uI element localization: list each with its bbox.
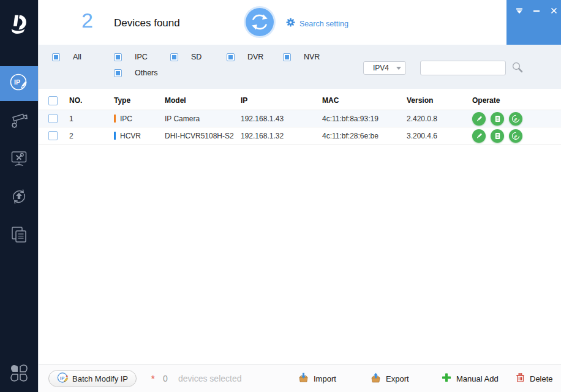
cell-version: 3.200.4.6 [407,132,472,140]
sidebar-item-apps[interactable] [0,363,38,386]
selected-label: devices selected [178,374,242,383]
checkbox-checked-icon [283,53,291,61]
cell-version: 2.420.0.8 [407,115,472,123]
batch-modify-ip-button[interactable]: IP Batch Modify IP [48,371,137,387]
chevron-down-icon [396,67,401,70]
table-header-row: NO. Type Model IP MAC Version Operate [39,91,561,110]
device-details-button[interactable] [491,112,504,126]
checkbox-checked-icon [52,53,60,61]
pencil-icon [476,115,483,123]
col-header-version: Version [407,96,472,105]
caret-down-icon [516,6,523,17]
monitor-tools-icon [9,149,29,171]
config-tool-window: IP [0,0,561,392]
minimize-icon [533,6,540,17]
document-icon [494,132,501,140]
documents-icon [9,225,29,247]
footer-bar: IP Batch Modify IP * 0 devices selected [39,364,561,392]
cell-no: 1 [69,115,114,123]
filter-checkbox-ipc[interactable]: IPC [114,53,170,61]
type-color-bar [114,115,116,123]
refresh-button[interactable] [243,6,276,39]
delete-button[interactable]: Delete [516,373,553,385]
cell-type: IPC [114,115,165,123]
filter-checkbox-others[interactable]: Others [114,69,170,77]
browser-e-icon: e [511,132,520,140]
filter-label-ipc: IPC [135,53,148,61]
sidebar-item-system-maintain[interactable] [0,142,38,177]
svg-text:IP: IP [14,78,20,86]
export-label: Export [386,374,409,383]
row-checkbox[interactable] [48,114,58,123]
checkbox-checked-icon [170,53,178,61]
trash-icon [516,373,525,385]
plus-icon [442,373,451,385]
filter-row-2: Others [114,69,170,77]
selected-count: 0 [163,374,168,383]
device-details-button[interactable] [491,129,504,143]
sidebar-item-upgrade[interactable] [0,180,38,215]
page-title: Devices found [114,17,180,29]
main-panel: 2 Devices found [38,0,561,392]
filter-checkbox-all[interactable]: All [52,53,114,61]
export-button[interactable]: Export [371,372,409,385]
upgrade-icon [9,186,29,209]
ip-pencil-icon: IP [57,372,69,385]
col-header-ip: IP [241,96,322,105]
svg-text:e: e [514,132,518,139]
select-all-checkbox[interactable] [48,96,58,105]
cell-type: HCVR [114,132,165,140]
cell-mac: 4c:11:bf:8a:93:19 [322,115,407,123]
pencil-icon [476,132,483,140]
minimize-button[interactable] [530,5,543,17]
menu-button[interactable] [513,5,526,17]
sidebar: IP [0,0,38,392]
row-checkbox[interactable] [48,131,58,140]
filter-label-dvr: DVR [247,53,263,61]
sidebar-item-modify-ip[interactable]: IP [0,66,38,101]
device-table: NO. Type Model IP MAC Version Operate 1 … [39,89,561,364]
filter-label-nvr: NVR [304,53,320,61]
document-icon [494,115,501,123]
header: 2 Devices found [39,0,561,45]
gear-icon [286,18,295,29]
type-label: HCVR [120,132,141,140]
manual-add-label: Manual Add [456,374,499,383]
filter-checkbox-nvr[interactable]: NVR [283,53,339,61]
edit-device-button[interactable] [472,112,486,126]
cell-model: DHI-HCVR5108H-S2 [165,132,241,140]
search-input[interactable] [420,61,506,75]
edit-device-button[interactable] [472,129,486,143]
sidebar-item-device-config[interactable] [0,104,38,139]
device-count: 2 [81,9,93,32]
checkbox-checked-icon [227,53,235,61]
filter-row-1: All IPC SD DVR NVR [52,53,339,61]
col-header-mac: MAC [322,96,407,105]
import-button[interactable]: Import [298,372,336,385]
svg-text:IP: IP [60,375,64,380]
search-setting-label: Search setting [299,20,348,28]
dahua-logo-icon [0,9,38,40]
open-browser-button[interactable]: e [509,112,522,126]
filter-checkbox-sd[interactable]: SD [170,53,227,61]
protocol-select[interactable]: IPV4 [363,61,406,75]
ip-edit-icon: IP [8,72,30,96]
export-icon [371,372,381,385]
manual-add-button[interactable]: Manual Add [442,373,499,385]
open-browser-button[interactable]: e [509,129,522,143]
clover-grid-icon [9,363,29,386]
delete-label: Delete [530,374,553,383]
filter-bar: All IPC SD DVR NVR [39,45,561,89]
search-setting-button[interactable]: Search setting [286,18,348,29]
refresh-icon [243,30,276,40]
close-button[interactable] [547,5,560,17]
filter-checkbox-dvr[interactable]: DVR [227,53,283,61]
table-row: 1 IPC IP Camera 192.168.1.43 4c:11:bf:8a… [39,110,561,127]
cell-model: IP Camera [165,115,241,123]
cell-operate: e [472,112,561,126]
close-icon [551,6,557,17]
search-button[interactable] [511,61,524,74]
sidebar-item-device-info[interactable] [0,218,38,253]
type-color-bar [114,132,116,140]
magnifier-icon [511,65,524,75]
